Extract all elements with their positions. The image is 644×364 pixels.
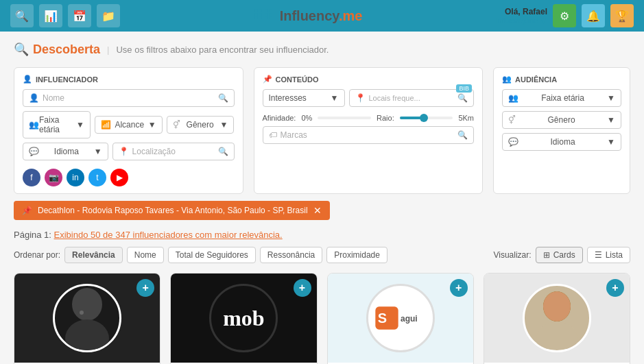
affinity-bar[interactable] xyxy=(318,117,371,119)
audience-filter-title: 👥 AUDIÊNCIA xyxy=(502,75,621,84)
audience-faixa-select[interactable]: 👥 Faixa etária ▼ xyxy=(502,89,621,107)
search-input-icon: 🔍 xyxy=(218,93,228,103)
marcas-placeholder: Marcas xyxy=(281,130,307,140)
raio-value: 5Km xyxy=(458,114,474,122)
genero-select[interactable]: ⚥ Gênero ▼ xyxy=(167,116,235,134)
filter-row: 👤 INFLUENCIADOR 👤 Nome 🔍 👥 Faixa etária … xyxy=(14,67,630,194)
audience-icon: 👥 xyxy=(502,75,512,84)
gabe-avatar xyxy=(53,284,121,352)
main-content: 🔍 Descoberta | Use os filtros abaixo par… xyxy=(0,32,644,364)
location-icon2: 📍 xyxy=(355,93,366,103)
facebook-icon[interactable]: f xyxy=(23,169,40,186)
view-lista-btn[interactable]: ☰ Lista xyxy=(587,247,630,263)
alcance-select[interactable]: 📶 Alcance ▼ xyxy=(95,116,163,134)
chevron-down-icon: ▼ xyxy=(76,120,84,130)
pagination-link[interactable]: Exibindo 50 de 347 influenciadores com m… xyxy=(54,230,283,240)
card-rogerio: + Rogério Lins 📷 13 K xyxy=(484,273,630,364)
view-cards-btn[interactable]: ⊞ Cards xyxy=(536,247,583,263)
chevron-down-icon3: ▼ xyxy=(220,120,228,130)
content-row-1: Interesses ▼ BIB 📍 Locais freque... 🔍 xyxy=(263,89,475,107)
affinity-value: 0% xyxy=(301,114,312,122)
chevron-down-icon2: ▼ xyxy=(148,120,156,130)
svg-point-1 xyxy=(65,319,109,352)
twitter-icon[interactable]: t xyxy=(88,169,106,186)
page-label: Página 1: xyxy=(14,230,51,240)
svg-point-7 xyxy=(536,321,577,349)
app-logo: ⠿⠿ Influency.me xyxy=(253,8,362,24)
svg-point-0 xyxy=(72,288,102,321)
localizacao-input[interactable]: 📍 Localização 🔍 xyxy=(112,143,235,160)
content-filter-title: 📌 CONTEÚDO xyxy=(263,75,475,84)
add-rogerio-button[interactable]: + xyxy=(606,279,624,297)
content-filter-inputs: Interesses ▼ BIB 📍 Locais freque... 🔍 Af… xyxy=(263,89,475,144)
discovery-header: 🔍 Descoberta | Use os filtros abaixo par… xyxy=(14,42,630,57)
chart-nav-icon[interactable]: 📊 xyxy=(39,4,62,27)
affinity-row: Afinidade: 0% Raio: 5Km xyxy=(263,114,475,122)
audience-genero-select[interactable]: ⚥ Gênero ▼ xyxy=(502,111,621,129)
audience-idioma-select[interactable]: 💬 Idioma ▼ xyxy=(502,133,621,151)
cards-grid-icon: ⊞ xyxy=(543,250,550,260)
card-mob: + mob MOB Tattoo® 📷 98 K tatuagem 56% xyxy=(170,273,317,364)
pin-icon2: 📌 xyxy=(22,206,32,215)
logo-icon: ⠿⠿ xyxy=(253,8,274,23)
close-location-icon[interactable]: ✕ xyxy=(313,205,322,216)
logo-text: Influency xyxy=(280,8,339,23)
gear-icon-button[interactable]: ⚙ xyxy=(553,4,576,27)
view-section: Visualizar: ⊞ Cards ☰ Lista xyxy=(493,247,630,263)
sagui-logo-svg: S agui xyxy=(373,298,428,339)
list-icon: ☰ xyxy=(595,250,602,260)
location-filter-bar: 📌 Decathlon - Rodovia Raposo Tavares - V… xyxy=(14,201,630,226)
name-input[interactable]: 👤 Nome 🔍 xyxy=(23,89,235,107)
discovery-title: 🔍 Descoberta xyxy=(14,42,100,57)
linkedin-icon[interactable]: in xyxy=(67,169,84,186)
order-seguidores-btn[interactable]: Total de Seguidores xyxy=(168,247,256,263)
language-icon: 💬 xyxy=(29,147,39,156)
card-gabe: + GABE 📷 3 K moda xyxy=(14,273,160,364)
interests-select[interactable]: Interesses ▼ xyxy=(263,89,345,107)
trophy-icon-button[interactable]: 🏆 xyxy=(610,4,634,27)
location-filter-tag: 📌 Decathlon - Rodovia Raposo Tavares - V… xyxy=(14,201,330,220)
calendar-nav-icon[interactable]: 📅 xyxy=(68,4,91,27)
order-view-bar: Ordenar por: Relevância Nome Total de Se… xyxy=(14,247,630,263)
raio-label: Raio: xyxy=(377,114,394,122)
youtube-icon[interactable]: ▶ xyxy=(110,169,128,186)
raio-handle[interactable] xyxy=(420,114,428,122)
raio-bar[interactable] xyxy=(400,117,453,119)
chevron-down-icon5: ▼ xyxy=(331,93,339,103)
folder-nav-icon[interactable]: 📁 xyxy=(97,4,120,27)
nav-right: Olá, Rafael Influency.me ▼ ⚙ 🔔 🏆 xyxy=(496,4,634,27)
svg-text:S: S xyxy=(377,311,386,326)
add-mob-button[interactable]: + xyxy=(294,279,311,297)
chevron-down-icon8: ▼ xyxy=(607,137,615,147)
language-icon2: 💬 xyxy=(508,137,518,147)
sagui-avatar: S agui xyxy=(366,284,435,352)
location-search-icon2: 🔍 xyxy=(457,93,468,103)
location-filter-text: Decathlon - Rodovia Raposo Tavares - Via… xyxy=(38,206,308,215)
marcas-input[interactable]: 🏷 Marcas 🔍 xyxy=(263,126,475,144)
marcas-icon: 🏷 xyxy=(269,130,277,140)
user-link[interactable]: Influency.me ▼ xyxy=(496,16,548,25)
view-label: Visualizar: xyxy=(493,250,531,260)
order-nome-btn[interactable]: Nome xyxy=(127,247,164,263)
age-icon2: 👥 xyxy=(508,93,518,103)
svg-point-2 xyxy=(80,311,84,315)
instagram-icon[interactable]: 📷 xyxy=(45,169,62,186)
search-nav-icon[interactable]: 🔍 xyxy=(10,4,34,27)
order-section: Ordenar por: Relevância Nome Total de Se… xyxy=(14,247,387,263)
bib-badge: BIB xyxy=(456,84,472,93)
chevron-down-icon4: ▼ xyxy=(94,147,102,156)
mob-avatar: mob xyxy=(209,284,278,352)
add-sagui-button[interactable]: + xyxy=(450,279,468,297)
idioma-select[interactable]: 💬 Idioma ▼ xyxy=(23,143,108,160)
faixa-etaria-select[interactable]: 👥 Faixa etária ▼ xyxy=(23,111,91,138)
wifi-icon: 📶 xyxy=(101,120,111,130)
order-relevancia-btn[interactable]: Relevância xyxy=(64,247,123,263)
bell-icon-button[interactable]: 🔔 xyxy=(582,4,605,27)
order-proximidade-btn[interactable]: Proximidade xyxy=(326,247,387,263)
location-freq-input[interactable]: BIB 📍 Locais freque... 🔍 xyxy=(349,89,475,107)
gender-icon2: ⚥ xyxy=(508,115,516,125)
user-greeting: Olá, Rafael xyxy=(496,7,548,16)
age-icon: 👥 xyxy=(29,120,39,130)
gabe-silhouette xyxy=(60,284,115,352)
order-ressonancia-btn[interactable]: Ressonância xyxy=(260,247,322,263)
